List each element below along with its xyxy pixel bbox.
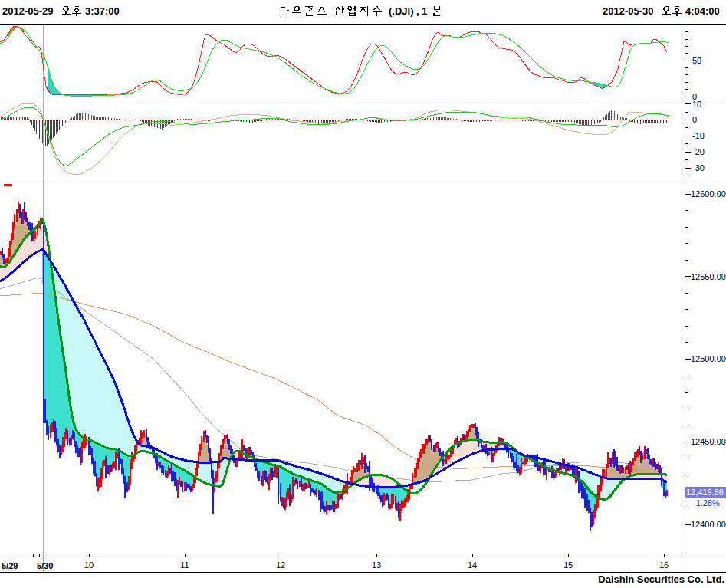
- svg-text:14: 14: [468, 560, 477, 570]
- svg-text:0: 0: [692, 115, 697, 124]
- svg-text:5/30: 5/30: [37, 561, 53, 570]
- svg-text:50: 50: [692, 56, 701, 65]
- svg-text:12: 12: [276, 560, 285, 570]
- svg-text:5/29: 5/29: [2, 561, 18, 570]
- svg-text:11: 11: [180, 560, 189, 570]
- svg-text:(.DJI) , 1: (.DJI) , 1: [389, 5, 428, 17]
- svg-text:13: 13: [372, 560, 381, 570]
- svg-text:10: 10: [692, 100, 701, 109]
- svg-text:12550.00: 12550.00: [691, 272, 726, 281]
- svg-text:12450.00: 12450.00: [691, 437, 726, 446]
- svg-text:Daishin Securities Co. Ltd.: Daishin Securities Co. Ltd.: [598, 573, 724, 585]
- svg-text:2012-05-29: 2012-05-29: [2, 5, 54, 17]
- svg-text:4:04:00: 4:04:00: [685, 5, 720, 17]
- svg-text:-20: -20: [692, 147, 705, 156]
- svg-text:-1.28%: -1.28%: [693, 498, 720, 508]
- svg-text:12,419.86: 12,419.86: [686, 488, 724, 497]
- svg-text:15: 15: [563, 560, 573, 570]
- svg-text:10: 10: [84, 560, 94, 570]
- svg-text:12500.00: 12500.00: [691, 354, 726, 363]
- svg-text:-10: -10: [692, 131, 705, 140]
- svg-text:-30: -30: [692, 163, 705, 172]
- svg-text:16: 16: [659, 560, 669, 570]
- svg-text:12400.00: 12400.00: [691, 520, 726, 529]
- svg-text:12600.00: 12600.00: [691, 189, 726, 199]
- svg-text:3:37:00: 3:37:00: [85, 5, 120, 17]
- svg-text:2012-05-30: 2012-05-30: [603, 5, 654, 17]
